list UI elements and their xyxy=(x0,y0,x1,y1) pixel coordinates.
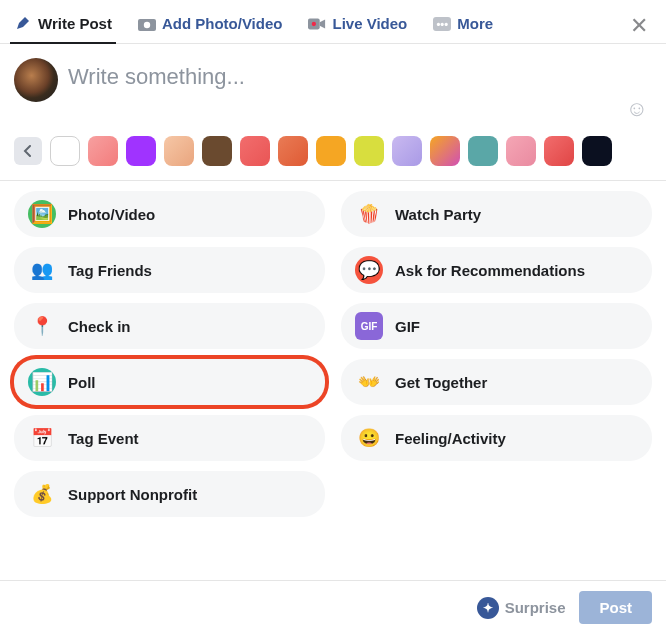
option-label: Tag Event xyxy=(68,430,139,447)
bg-swatch-0[interactable] xyxy=(50,136,80,166)
poll-icon: 📊 xyxy=(28,368,56,396)
swatch-prev-button[interactable] xyxy=(14,137,42,165)
tab-label: Add Photo/Video xyxy=(162,15,283,32)
tag-friends-icon: 👥 xyxy=(28,256,56,284)
option-poll[interactable]: 📊Poll xyxy=(14,359,325,405)
bg-swatch-7[interactable] xyxy=(316,136,346,166)
option-label: Watch Party xyxy=(395,206,481,223)
bg-swatch-12[interactable] xyxy=(506,136,536,166)
bg-swatch-9[interactable] xyxy=(392,136,422,166)
coin-icon: 💰 xyxy=(28,480,56,508)
tab-write-post[interactable]: Write Post xyxy=(10,8,116,44)
option-feeling[interactable]: 😀Feeling/Activity xyxy=(341,415,652,461)
calendar-icon: 📅 xyxy=(28,424,56,452)
bg-swatch-10[interactable] xyxy=(430,136,460,166)
option-label: Get Together xyxy=(395,374,487,391)
option-ask_rec[interactable]: 💬Ask for Recommendations xyxy=(341,247,652,293)
bg-swatch-14[interactable] xyxy=(582,136,612,166)
option-label: Poll xyxy=(68,374,96,391)
create-post-composer: Write Post Add Photo/Video Live Video ••… xyxy=(0,0,666,634)
hands-icon: 👐 xyxy=(355,368,383,396)
svg-point-3 xyxy=(312,21,316,25)
post-button[interactable]: Post xyxy=(579,591,652,624)
bg-swatch-3[interactable] xyxy=(164,136,194,166)
option-watch_party[interactable]: 🍿Watch Party xyxy=(341,191,652,237)
close-button[interactable]: ✕ xyxy=(622,9,656,43)
option-label: Ask for Recommendations xyxy=(395,262,585,279)
pencil-icon xyxy=(14,14,32,32)
composer-footer: ✦ Surprise Post xyxy=(0,580,666,634)
background-swatch-row xyxy=(0,108,666,180)
surprise-label: Surprise xyxy=(505,599,566,616)
tab-label: More xyxy=(457,15,493,32)
ellipsis-icon: ••• xyxy=(433,17,451,31)
bg-swatch-13[interactable] xyxy=(544,136,574,166)
swatch-container xyxy=(50,136,612,166)
svg-point-1 xyxy=(144,21,150,27)
option-label: Photo/Video xyxy=(68,206,155,223)
option-tag_event[interactable]: 📅Tag Event xyxy=(14,415,325,461)
emoji-picker-button[interactable]: ☺ xyxy=(626,96,648,122)
bg-swatch-11[interactable] xyxy=(468,136,498,166)
tab-label: Write Post xyxy=(38,15,112,32)
composer-tabs: Write Post Add Photo/Video Live Video ••… xyxy=(0,0,666,44)
user-avatar[interactable] xyxy=(14,58,58,102)
option-label: Tag Friends xyxy=(68,262,152,279)
surprise-button[interactable]: ✦ Surprise xyxy=(477,597,566,619)
option-check_in[interactable]: 📍Check in xyxy=(14,303,325,349)
post-options-grid: 🖼️Photo/Video🍿Watch Party👥Tag Friends💬As… xyxy=(0,180,666,580)
tab-live-video[interactable]: Live Video xyxy=(304,9,411,43)
option-label: GIF xyxy=(395,318,420,335)
rec-icon: 💬 xyxy=(355,256,383,284)
option-get_together[interactable]: 👐Get Together xyxy=(341,359,652,405)
bg-swatch-8[interactable] xyxy=(354,136,384,166)
surprise-icon: ✦ xyxy=(477,597,499,619)
option-photo_video[interactable]: 🖼️Photo/Video xyxy=(14,191,325,237)
photo-icon: 🖼️ xyxy=(28,200,56,228)
option-label: Check in xyxy=(68,318,131,335)
pin-icon: 📍 xyxy=(28,312,56,340)
tab-more[interactable]: ••• More xyxy=(429,9,497,42)
bg-swatch-5[interactable] xyxy=(240,136,270,166)
video-camera-icon xyxy=(308,15,326,33)
composer-input-row: ☺ xyxy=(0,44,666,108)
bg-swatch-2[interactable] xyxy=(126,136,156,166)
option-label: Feeling/Activity xyxy=(395,430,506,447)
gif-icon: GIF xyxy=(355,312,383,340)
bg-swatch-1[interactable] xyxy=(88,136,118,166)
option-tag_friends[interactable]: 👥Tag Friends xyxy=(14,247,325,293)
smile-icon: 😀 xyxy=(355,424,383,452)
option-support_nonprofit[interactable]: 💰Support Nonprofit xyxy=(14,471,325,517)
tab-add-photo[interactable]: Add Photo/Video xyxy=(134,9,287,43)
bg-swatch-4[interactable] xyxy=(202,136,232,166)
option-gif[interactable]: GIFGIF xyxy=(341,303,652,349)
popcorn-icon: 🍿 xyxy=(355,200,383,228)
camera-icon xyxy=(138,15,156,33)
bg-swatch-6[interactable] xyxy=(278,136,308,166)
tab-label: Live Video xyxy=(332,15,407,32)
option-label: Support Nonprofit xyxy=(68,486,197,503)
post-text-input[interactable] xyxy=(68,58,652,90)
